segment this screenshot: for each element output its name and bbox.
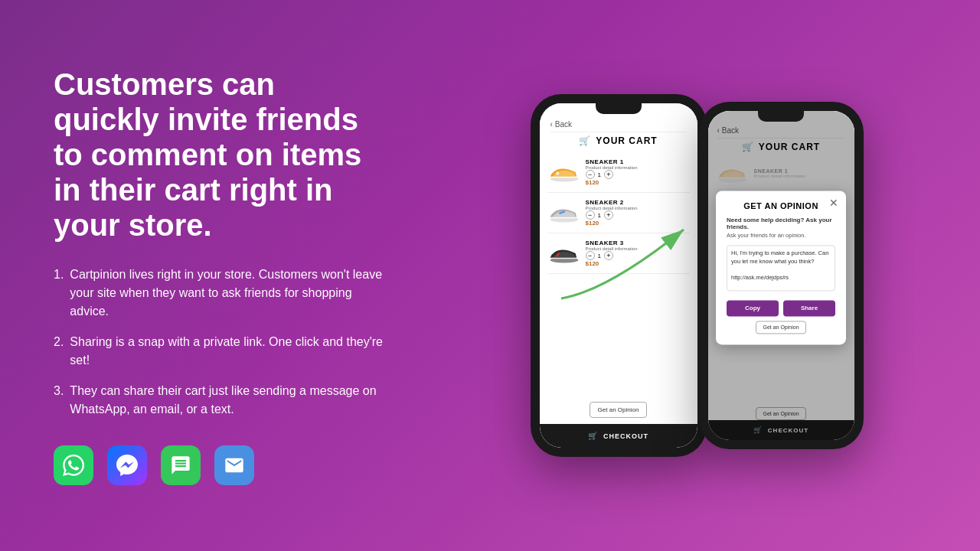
- imessage-icon[interactable]: [161, 445, 201, 485]
- item-2-info: SNEAKER 2 Product detail information − 1…: [586, 199, 690, 227]
- phone-1-cart-items: SNEAKER 1 Product detail information − 1…: [540, 152, 697, 396]
- point-1: Cartpinion lives right in your store. Cu…: [54, 266, 383, 321]
- item-3-info: SNEAKER 3 Product detail information − 1…: [586, 240, 690, 267]
- phone-1-title: 🛒 YOUR CART: [550, 132, 687, 146]
- qty-control-2: − 1 +: [586, 210, 690, 220]
- qty-increase-2[interactable]: +: [604, 210, 613, 220]
- qty-control-3: − 1 +: [586, 251, 690, 260]
- qty-decrease-2[interactable]: −: [586, 210, 595, 220]
- phones-section: ‹ Back 🛒 YOUR CART: [429, 94, 980, 457]
- cart-item-3: SNEAKER 3 Product detail information − 1…: [547, 233, 690, 274]
- phone-1-screen: ‹ Back 🛒 YOUR CART: [540, 103, 697, 448]
- phone-1-back[interactable]: ‹ Back: [550, 120, 687, 129]
- qty-decrease-1[interactable]: −: [586, 170, 595, 179]
- phone-2: ‹ Back 🛒 YOUR CART: [699, 102, 864, 449]
- messenger-icon[interactable]: [107, 445, 147, 485]
- item-1-info: SNEAKER 1 Product detail information − 1…: [586, 158, 690, 186]
- svg-point-1: [556, 171, 559, 174]
- phone-1-checkout-bar[interactable]: 🛒 CHECKOUT: [540, 424, 697, 448]
- share-button[interactable]: Share: [783, 300, 835, 316]
- phone-2-screen: ‹ Back 🛒 YOUR CART: [708, 111, 854, 440]
- app-icons-row: [54, 445, 383, 485]
- modal-close-button[interactable]: ✕: [829, 197, 838, 209]
- phone-1: ‹ Back 🛒 YOUR CART: [531, 94, 707, 457]
- headline: Customers can quickly invite friends to …: [54, 67, 383, 243]
- modal-title: GET AN OPINION: [727, 201, 835, 210]
- phone-1-notch: [596, 103, 642, 114]
- modal-sub2: Ask your friends for an opinion.: [727, 232, 835, 239]
- point-3: They can share their cart just like send…: [54, 382, 383, 419]
- phone-2-notch: [758, 111, 804, 122]
- modal-buttons: Copy Share: [727, 300, 835, 316]
- qty-increase-3[interactable]: +: [604, 251, 613, 260]
- mail-icon[interactable]: [214, 445, 254, 485]
- sneaker-2-image: [547, 201, 580, 224]
- copy-button[interactable]: Copy: [727, 300, 779, 316]
- cart-icon: 🛒: [579, 135, 591, 146]
- opinion-modal: ✕ GET AN OPINION Need some help deciding…: [716, 191, 846, 344]
- sneaker-3-image: [547, 242, 580, 265]
- whatsapp-icon[interactable]: [54, 445, 93, 485]
- get-opinion-button-1[interactable]: Get an Opinion: [590, 402, 648, 418]
- modal-message-textarea[interactable]: Hi, I'm trying to make a purchase. Can y…: [727, 245, 835, 291]
- points-list: Cartpinion lives right in your store. Cu…: [54, 266, 383, 419]
- cart-item-2: SNEAKER 2 Product detail information − 1…: [547, 193, 690, 233]
- left-section: Customers can quickly invite friends to …: [0, 21, 429, 531]
- qty-increase-1[interactable]: +: [604, 170, 613, 179]
- modal-subtitle: Need some help deciding? Ask your friend…: [727, 217, 835, 230]
- cart-item-1: SNEAKER 1 Product detail information − 1…: [547, 152, 690, 193]
- qty-decrease-3[interactable]: −: [586, 251, 595, 260]
- sneaker-1-image: [547, 161, 580, 184]
- point-2: Sharing is a snap with a private link. O…: [54, 333, 383, 370]
- qty-control-1: − 1 +: [586, 170, 690, 179]
- get-opinion-button-modal[interactable]: Get an Opinion: [756, 321, 805, 334]
